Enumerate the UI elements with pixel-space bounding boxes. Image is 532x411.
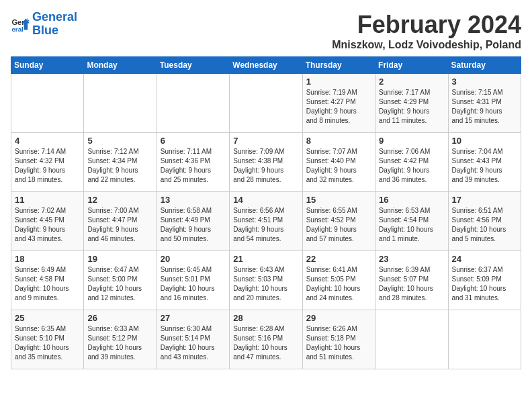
- calendar-cell: 12Sunrise: 7:00 AM Sunset: 4:47 PM Dayli…: [84, 192, 157, 251]
- calendar-cell: 23Sunrise: 6:39 AM Sunset: 5:07 PM Dayli…: [375, 251, 448, 310]
- day-number: 25: [15, 313, 80, 323]
- calendar-cell: 17Sunrise: 6:51 AM Sunset: 4:56 PM Dayli…: [448, 192, 521, 251]
- day-number: 18: [15, 254, 80, 264]
- week-row-1: 1Sunrise: 7:19 AM Sunset: 4:27 PM Daylig…: [11, 74, 521, 133]
- weekday-header-sunday: Sunday: [11, 57, 84, 74]
- calendar-cell: 16Sunrise: 6:53 AM Sunset: 4:54 PM Dayli…: [375, 192, 448, 251]
- cell-info: Sunrise: 7:07 AM Sunset: 4:40 PM Dayligh…: [306, 147, 371, 185]
- calendar-cell: 25Sunrise: 6:35 AM Sunset: 5:10 PM Dayli…: [11, 310, 84, 369]
- cell-info: Sunrise: 6:55 AM Sunset: 4:52 PM Dayligh…: [306, 206, 371, 244]
- calendar-cell: 1Sunrise: 7:19 AM Sunset: 4:27 PM Daylig…: [302, 74, 375, 133]
- cell-info: Sunrise: 7:00 AM Sunset: 4:47 PM Dayligh…: [87, 206, 152, 244]
- cell-info: Sunrise: 7:06 AM Sunset: 4:42 PM Dayligh…: [379, 147, 444, 185]
- cell-info: Sunrise: 6:45 AM Sunset: 5:01 PM Dayligh…: [161, 265, 226, 303]
- calendar-cell: 11Sunrise: 7:02 AM Sunset: 4:45 PM Dayli…: [11, 192, 84, 251]
- day-number: 4: [15, 136, 80, 146]
- calendar-cell: 8Sunrise: 7:07 AM Sunset: 4:40 PM Daylig…: [302, 133, 375, 192]
- day-number: 22: [306, 254, 371, 264]
- title-area: February 2024 Mniszkow, Lodz Voivodeship…: [332, 11, 521, 51]
- calendar-cell: [230, 74, 302, 133]
- calendar-cell: [11, 74, 84, 133]
- weekday-header-monday: Monday: [84, 57, 157, 74]
- calendar-cell: 27Sunrise: 6:30 AM Sunset: 5:14 PM Dayli…: [157, 310, 229, 369]
- calendar-cell: 19Sunrise: 6:47 AM Sunset: 5:00 PM Dayli…: [84, 251, 157, 310]
- day-number: 1: [306, 77, 371, 87]
- cell-info: Sunrise: 7:02 AM Sunset: 4:45 PM Dayligh…: [15, 206, 80, 244]
- calendar-cell: 28Sunrise: 6:28 AM Sunset: 5:16 PM Dayli…: [230, 310, 302, 369]
- cell-info: Sunrise: 7:15 AM Sunset: 4:31 PM Dayligh…: [452, 88, 517, 126]
- day-number: 9: [379, 136, 444, 146]
- cell-info: Sunrise: 6:51 AM Sunset: 4:56 PM Dayligh…: [452, 206, 517, 244]
- day-number: 23: [379, 254, 444, 264]
- cell-info: Sunrise: 6:53 AM Sunset: 4:54 PM Dayligh…: [379, 206, 444, 244]
- day-number: 13: [161, 195, 226, 205]
- cell-info: Sunrise: 6:30 AM Sunset: 5:14 PM Dayligh…: [161, 324, 226, 362]
- calendar-cell: [84, 74, 157, 133]
- week-row-5: 25Sunrise: 6:35 AM Sunset: 5:10 PM Dayli…: [11, 310, 521, 369]
- weekday-header-thursday: Thursday: [302, 57, 375, 74]
- day-number: 20: [161, 254, 226, 264]
- cell-info: Sunrise: 6:58 AM Sunset: 4:49 PM Dayligh…: [161, 206, 226, 244]
- logo: Gen eral General Blue: [11, 11, 77, 38]
- cell-info: Sunrise: 7:19 AM Sunset: 4:27 PM Dayligh…: [306, 88, 371, 126]
- day-number: 29: [306, 313, 371, 323]
- calendar-cell: 3Sunrise: 7:15 AM Sunset: 4:31 PM Daylig…: [448, 74, 521, 133]
- calendar-cell: 9Sunrise: 7:06 AM Sunset: 4:42 PM Daylig…: [375, 133, 448, 192]
- day-number: 14: [233, 195, 298, 205]
- cell-info: Sunrise: 6:35 AM Sunset: 5:10 PM Dayligh…: [15, 324, 80, 362]
- day-number: 15: [306, 195, 371, 205]
- day-number: 24: [452, 254, 517, 264]
- week-row-4: 18Sunrise: 6:49 AM Sunset: 4:58 PM Dayli…: [11, 251, 521, 310]
- cell-info: Sunrise: 7:11 AM Sunset: 4:36 PM Dayligh…: [161, 147, 226, 185]
- day-number: 21: [233, 254, 298, 264]
- calendar-cell: 21Sunrise: 6:43 AM Sunset: 5:03 PM Dayli…: [230, 251, 302, 310]
- calendar-cell: 4Sunrise: 7:14 AM Sunset: 4:32 PM Daylig…: [11, 133, 84, 192]
- calendar-cell: 24Sunrise: 6:37 AM Sunset: 5:09 PM Dayli…: [448, 251, 521, 310]
- cell-info: Sunrise: 6:43 AM Sunset: 5:03 PM Dayligh…: [233, 265, 298, 303]
- calendar-cell: 10Sunrise: 7:04 AM Sunset: 4:43 PM Dayli…: [448, 133, 521, 192]
- weekday-header-friday: Friday: [375, 57, 448, 74]
- weekday-header-wednesday: Wednesday: [230, 57, 302, 74]
- day-number: 27: [161, 313, 226, 323]
- cell-info: Sunrise: 7:17 AM Sunset: 4:29 PM Dayligh…: [379, 88, 444, 126]
- calendar-table: SundayMondayTuesdayWednesdayThursdayFrid…: [11, 56, 521, 369]
- calendar-cell: 29Sunrise: 6:26 AM Sunset: 5:18 PM Dayli…: [302, 310, 375, 369]
- calendar-cell: [448, 310, 521, 369]
- cell-info: Sunrise: 6:39 AM Sunset: 5:07 PM Dayligh…: [379, 265, 444, 303]
- header: Gen eral General Blue February 2024 Mnis…: [11, 11, 521, 51]
- weekday-header-saturday: Saturday: [448, 57, 521, 74]
- cell-info: Sunrise: 7:09 AM Sunset: 4:38 PM Dayligh…: [233, 147, 298, 185]
- cell-info: Sunrise: 7:04 AM Sunset: 4:43 PM Dayligh…: [452, 147, 517, 185]
- calendar-cell: 15Sunrise: 6:55 AM Sunset: 4:52 PM Dayli…: [302, 192, 375, 251]
- cell-info: Sunrise: 6:56 AM Sunset: 4:51 PM Dayligh…: [233, 206, 298, 244]
- cell-info: Sunrise: 6:33 AM Sunset: 5:12 PM Dayligh…: [87, 324, 152, 362]
- weekday-header-tuesday: Tuesday: [157, 57, 229, 74]
- calendar-cell: 22Sunrise: 6:41 AM Sunset: 5:05 PM Dayli…: [302, 251, 375, 310]
- day-number: 17: [452, 195, 517, 205]
- cell-info: Sunrise: 6:26 AM Sunset: 5:18 PM Dayligh…: [306, 324, 371, 362]
- day-number: 8: [306, 136, 371, 146]
- day-number: 2: [379, 77, 444, 87]
- week-row-3: 11Sunrise: 7:02 AM Sunset: 4:45 PM Dayli…: [11, 192, 521, 251]
- calendar-cell: 5Sunrise: 7:12 AM Sunset: 4:34 PM Daylig…: [84, 133, 157, 192]
- calendar-cell: 18Sunrise: 6:49 AM Sunset: 4:58 PM Dayli…: [11, 251, 84, 310]
- day-number: 5: [87, 136, 152, 146]
- cell-info: Sunrise: 6:49 AM Sunset: 4:58 PM Dayligh…: [15, 265, 80, 303]
- month-title: February 2024: [332, 11, 521, 39]
- calendar-cell: 14Sunrise: 6:56 AM Sunset: 4:51 PM Dayli…: [230, 192, 302, 251]
- logo-icon: Gen eral: [11, 15, 30, 34]
- calendar-cell: [157, 74, 229, 133]
- day-number: 11: [15, 195, 80, 205]
- calendar-cell: 7Sunrise: 7:09 AM Sunset: 4:38 PM Daylig…: [230, 133, 302, 192]
- day-number: 12: [87, 195, 152, 205]
- calendar-cell: 6Sunrise: 7:11 AM Sunset: 4:36 PM Daylig…: [157, 133, 229, 192]
- location-title: Mniszkow, Lodz Voivodeship, Poland: [332, 39, 521, 51]
- calendar-cell: [375, 310, 448, 369]
- day-number: 6: [161, 136, 226, 146]
- week-row-2: 4Sunrise: 7:14 AM Sunset: 4:32 PM Daylig…: [11, 133, 521, 192]
- day-number: 26: [87, 313, 152, 323]
- day-number: 16: [379, 195, 444, 205]
- logo-text-line2: Blue: [32, 24, 77, 38]
- cell-info: Sunrise: 7:14 AM Sunset: 4:32 PM Dayligh…: [15, 147, 80, 185]
- day-number: 28: [233, 313, 298, 323]
